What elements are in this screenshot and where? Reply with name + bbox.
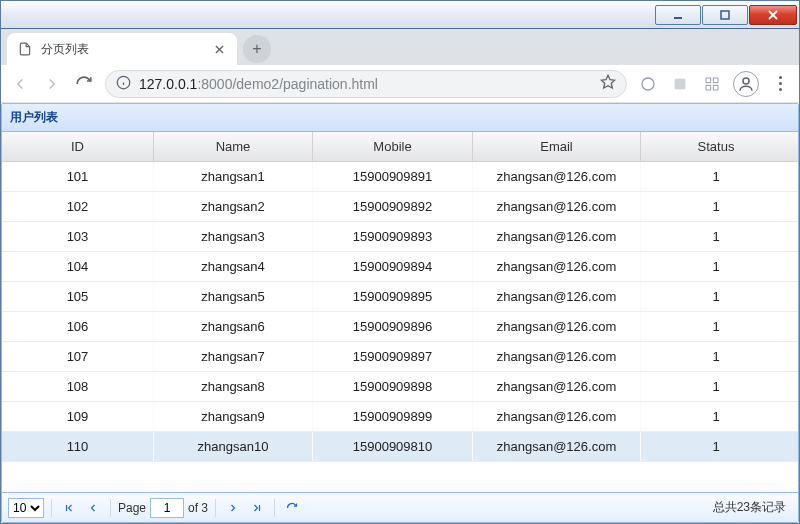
- grid-panel: 用户列表 ID Name Mobile Email Status 101zhan…: [1, 103, 799, 523]
- cell-mobile: 15900909891: [313, 162, 473, 191]
- svg-rect-1: [721, 11, 729, 19]
- star-icon[interactable]: [600, 74, 616, 93]
- cell-email: zhangsan@126.com: [473, 342, 641, 371]
- back-button[interactable]: [9, 73, 31, 95]
- cell-name: zhangsan9: [154, 402, 313, 431]
- cell-mobile: 15900909897: [313, 342, 473, 371]
- cell-name: zhangsan4: [154, 252, 313, 281]
- svg-rect-13: [713, 78, 718, 83]
- column-header[interactable]: Status: [641, 132, 791, 161]
- svg-point-16: [743, 78, 749, 84]
- cell-status: 1: [641, 432, 791, 461]
- extension-icon[interactable]: [637, 73, 659, 95]
- svg-rect-11: [675, 78, 686, 89]
- prev-page-button[interactable]: [83, 498, 103, 518]
- file-icon: [17, 41, 33, 57]
- table-row[interactable]: 108zhangsan815900909898zhangsan@126.com1: [2, 372, 798, 402]
- cell-name: zhangsan5: [154, 282, 313, 311]
- cell-status: 1: [641, 312, 791, 341]
- minimize-button[interactable]: [655, 5, 701, 25]
- refresh-button[interactable]: [282, 498, 302, 518]
- window: 分页列表 + 127.0.0.1:8000/demo2/pagination.h…: [0, 0, 800, 524]
- url-text: 127.0.0.1:8000/demo2/pagination.html: [139, 76, 592, 92]
- column-header[interactable]: Mobile: [313, 132, 473, 161]
- tab-title: 分页列表: [41, 41, 203, 58]
- page-of-label: of 3: [188, 501, 208, 515]
- table-row[interactable]: 104zhangsan415900909894zhangsan@126.com1: [2, 252, 798, 282]
- cell-mobile: 15900909898: [313, 372, 473, 401]
- table-body: 101zhangsan115900909891zhangsan@126.com1…: [2, 162, 798, 492]
- separator: [110, 499, 111, 517]
- cell-mobile: 15900909893: [313, 222, 473, 251]
- cell-name: zhangsan3: [154, 222, 313, 251]
- table-row[interactable]: 107zhangsan715900909897zhangsan@126.com1: [2, 342, 798, 372]
- cell-email: zhangsan@126.com: [473, 312, 641, 341]
- cell-status: 1: [641, 402, 791, 431]
- extension-icon[interactable]: [669, 73, 691, 95]
- cell-id: 106: [2, 312, 154, 341]
- cell-name: zhangsan6: [154, 312, 313, 341]
- cell-status: 1: [641, 252, 791, 281]
- new-tab-button[interactable]: +: [243, 35, 271, 63]
- forward-button[interactable]: [41, 73, 63, 95]
- table-row[interactable]: 110zhangsan1015900909810zhangsan@126.com…: [2, 432, 798, 462]
- browser-toolbar: 127.0.0.1:8000/demo2/pagination.html: [1, 65, 799, 103]
- cell-status: 1: [641, 342, 791, 371]
- cell-mobile: 15900909896: [313, 312, 473, 341]
- table-row[interactable]: 105zhangsan515900909895zhangsan@126.com1: [2, 282, 798, 312]
- page-number-input[interactable]: [150, 498, 184, 518]
- separator: [274, 499, 275, 517]
- cell-id: 104: [2, 252, 154, 281]
- cell-email: zhangsan@126.com: [473, 252, 641, 281]
- page-content: 用户列表 ID Name Mobile Email Status 101zhan…: [1, 103, 799, 523]
- cell-id: 103: [2, 222, 154, 251]
- cell-id: 109: [2, 402, 154, 431]
- table-row[interactable]: 109zhangsan915900909899zhangsan@126.com1: [2, 402, 798, 432]
- reload-button[interactable]: [73, 73, 95, 95]
- first-page-button[interactable]: [59, 498, 79, 518]
- svg-rect-15: [713, 85, 718, 90]
- cell-status: 1: [641, 192, 791, 221]
- table-row[interactable]: 106zhangsan615900909896zhangsan@126.com1: [2, 312, 798, 342]
- cell-email: zhangsan@126.com: [473, 282, 641, 311]
- column-header[interactable]: Name: [154, 132, 313, 161]
- next-page-button[interactable]: [223, 498, 243, 518]
- cell-name: zhangsan1: [154, 162, 313, 191]
- svg-point-10: [642, 78, 654, 90]
- cell-status: 1: [641, 162, 791, 191]
- separator: [215, 499, 216, 517]
- page-label: Page: [118, 501, 146, 515]
- cell-email: zhangsan@126.com: [473, 162, 641, 191]
- last-page-button[interactable]: [247, 498, 267, 518]
- cell-mobile: 15900909810: [313, 432, 473, 461]
- cell-email: zhangsan@126.com: [473, 402, 641, 431]
- cell-id: 101: [2, 162, 154, 191]
- cell-id: 105: [2, 282, 154, 311]
- cell-email: zhangsan@126.com: [473, 222, 641, 251]
- menu-button[interactable]: [769, 73, 791, 95]
- cell-status: 1: [641, 282, 791, 311]
- extension-icon[interactable]: [701, 73, 723, 95]
- table-row[interactable]: 102zhangsan215900909892zhangsan@126.com1: [2, 192, 798, 222]
- cell-name: zhangsan7: [154, 342, 313, 371]
- cell-mobile: 15900909895: [313, 282, 473, 311]
- cell-email: zhangsan@126.com: [473, 432, 641, 461]
- close-button[interactable]: [749, 5, 797, 25]
- address-bar[interactable]: 127.0.0.1:8000/demo2/pagination.html: [105, 70, 627, 98]
- total-records-label: 总共23条记录: [713, 499, 792, 516]
- column-header[interactable]: Email: [473, 132, 641, 161]
- cell-email: zhangsan@126.com: [473, 192, 641, 221]
- table-row[interactable]: 103zhangsan315900909893zhangsan@126.com1: [2, 222, 798, 252]
- close-icon[interactable]: [211, 41, 227, 57]
- table-row[interactable]: 101zhangsan115900909891zhangsan@126.com1: [2, 162, 798, 192]
- cell-name: zhangsan8: [154, 372, 313, 401]
- cell-status: 1: [641, 372, 791, 401]
- column-header[interactable]: ID: [2, 132, 154, 161]
- maximize-button[interactable]: [702, 5, 748, 25]
- profile-button[interactable]: [733, 71, 759, 97]
- page-size-select[interactable]: 10: [8, 498, 44, 518]
- panel-title: 用户列表: [2, 104, 798, 132]
- cell-id: 108: [2, 372, 154, 401]
- cell-id: 107: [2, 342, 154, 371]
- browser-tab[interactable]: 分页列表: [7, 33, 237, 65]
